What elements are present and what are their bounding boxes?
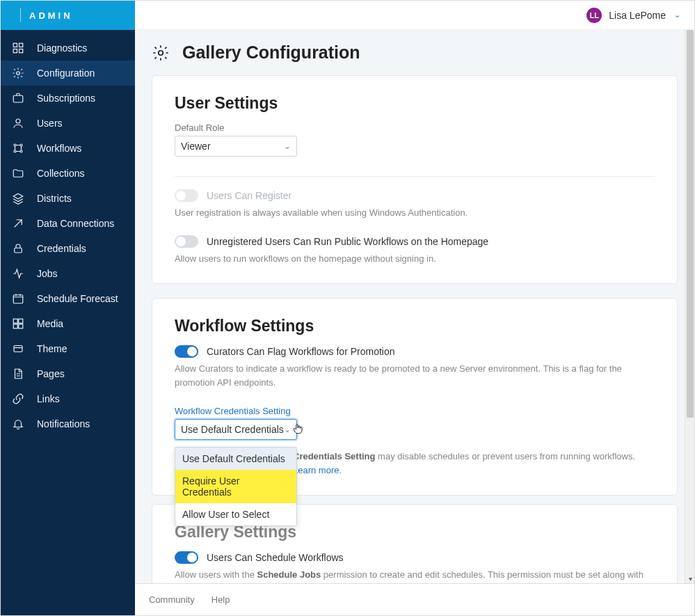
- sidebar-item-credentials[interactable]: Credentials: [1, 236, 135, 261]
- credentials-setting-select[interactable]: Use Default Credentials ⌄: [175, 419, 297, 440]
- arrow-up-right-icon: [12, 217, 24, 230]
- brand-label: ADMIN: [29, 10, 73, 21]
- sidebar-item-diagnostics[interactable]: Diagnostics: [1, 35, 135, 61]
- nav-label: Notifications: [37, 418, 90, 429]
- sidebar-item-notifications[interactable]: Notifications: [1, 411, 135, 436]
- sidebar-item-links[interactable]: Links: [1, 386, 135, 411]
- default-role-label: Default Role: [175, 123, 655, 133]
- footer: Community Help: [135, 583, 694, 615]
- schedule-workflows-toggle[interactable]: [175, 551, 198, 564]
- dropdown-option-default[interactable]: Use Default Credentials: [175, 448, 296, 470]
- unregistered-run-toggle[interactable]: [175, 235, 198, 248]
- sidebar-item-configuration[interactable]: Configuration: [1, 61, 135, 86]
- dropdown-option-allow-select[interactable]: Allow User to Select: [175, 503, 296, 526]
- user-settings-heading: User Settings: [175, 94, 655, 113]
- sidebar-item-jobs[interactable]: Jobs: [1, 261, 135, 286]
- user-icon: [12, 117, 24, 129]
- footer-help-link[interactable]: Help: [211, 594, 230, 605]
- folder-icon: [12, 167, 24, 180]
- svg-point-8: [20, 144, 22, 146]
- svg-rect-16: [19, 324, 23, 329]
- sidebar: ADMIN Diagnostics Configuration Subscrip…: [1, 1, 135, 615]
- nav-label: Configuration: [37, 68, 95, 79]
- divider: [175, 176, 655, 177]
- nav-label: Links: [37, 393, 60, 404]
- sidebar-item-subscriptions[interactable]: Subscriptions: [1, 86, 135, 111]
- avatar[interactable]: LL: [586, 8, 602, 23]
- topbar: LL Lisa LePome ⌄: [135, 1, 694, 30]
- sidebar-item-users[interactable]: Users: [1, 111, 135, 136]
- scrollbar[interactable]: ▾: [685, 30, 694, 583]
- credentials-setting-value: Use Default Credentials: [181, 424, 284, 435]
- lock-icon: [12, 242, 24, 255]
- schedule-workflows-help: Allow users with the Schedule Jobs permi…: [175, 568, 655, 583]
- theme-icon: [12, 342, 24, 355]
- nav: Diagnostics Configuration Subscriptions …: [1, 30, 135, 436]
- file-icon: [12, 368, 24, 380]
- layers-icon: [12, 192, 24, 205]
- svg-rect-13: [13, 319, 17, 323]
- workflow-settings-panel: Workflow Settings Curators Can Flag Work…: [152, 298, 678, 496]
- cred-help-rest: may disable schedules or prevent users f…: [375, 451, 635, 461]
- nav-label: Diagnostics: [37, 42, 87, 54]
- sidebar-item-data-connections[interactable]: Data Connections: [1, 211, 135, 236]
- bell-icon: [12, 418, 24, 430]
- nav-label: Jobs: [37, 268, 58, 279]
- page-header: Gallery Configuration: [152, 42, 678, 63]
- scroll-down-icon[interactable]: ▾: [685, 574, 695, 583]
- svg-point-6: [16, 119, 20, 123]
- svg-rect-17: [14, 346, 22, 352]
- link-icon: [12, 393, 24, 405]
- brand-bar: ADMIN: [1, 1, 135, 30]
- svg-point-4: [17, 72, 20, 75]
- users-can-register-help: User registration is always available wh…: [175, 206, 655, 220]
- curators-flag-toggle[interactable]: [175, 345, 198, 358]
- scrollbar-thumb[interactable]: [687, 30, 694, 418]
- users-can-register-toggle: [175, 189, 198, 202]
- nav-label: Users: [37, 118, 63, 129]
- dashboard-icon: [12, 42, 24, 54]
- svg-rect-14: [19, 319, 23, 323]
- gear-icon: [12, 67, 24, 79]
- sidebar-item-schedule-forecast[interactable]: Schedule Forecast: [1, 286, 135, 311]
- svg-point-10: [20, 150, 22, 152]
- user-name[interactable]: Lisa LePome: [609, 10, 666, 21]
- unregistered-run-label: Unregistered Users Can Run Public Workfl…: [207, 236, 488, 247]
- sidebar-item-theme[interactable]: Theme: [1, 336, 135, 361]
- svg-rect-0: [13, 43, 17, 47]
- sidebar-item-pages[interactable]: Pages: [1, 361, 135, 386]
- dropdown-option-require-user[interactable]: Require User Credentials: [175, 470, 296, 503]
- footer-community-link[interactable]: Community: [149, 594, 195, 605]
- chevron-down-icon: ⌄: [284, 141, 291, 151]
- sidebar-item-collections[interactable]: Collections: [1, 161, 135, 186]
- default-role-select[interactable]: Viewer ⌄: [175, 136, 297, 157]
- svg-rect-2: [13, 49, 17, 53]
- curators-flag-help: Allow Curators to indicate a workflow is…: [175, 362, 655, 389]
- nav-label: Workflows: [37, 143, 81, 154]
- curators-flag-label: Curators Can Flag Workflows for Promotio…: [207, 346, 395, 357]
- nav-label: Schedule Forecast: [37, 293, 118, 304]
- svg-rect-1: [19, 43, 23, 47]
- gear-icon: [152, 44, 170, 62]
- svg-point-7: [14, 144, 16, 146]
- sidebar-item-media[interactable]: Media: [1, 311, 135, 336]
- nav-label: Data Connections: [37, 218, 114, 229]
- svg-rect-11: [15, 248, 22, 253]
- default-role-value: Viewer: [181, 141, 211, 152]
- svg-point-9: [14, 150, 16, 152]
- brand-divider: [20, 8, 21, 22]
- chevron-down-icon[interactable]: ⌄: [674, 10, 680, 19]
- sidebar-item-workflows[interactable]: Workflows: [1, 136, 135, 161]
- nav-label: Credentials: [37, 243, 86, 254]
- svg-rect-5: [13, 95, 23, 102]
- cred-help-bold: Credentials Setting: [293, 451, 375, 461]
- nav-label: Theme: [37, 343, 67, 354]
- learn-more-link[interactable]: Learn more: [293, 465, 339, 475]
- workflow-icon: [12, 142, 24, 155]
- svg-point-18: [159, 50, 163, 55]
- content-area: Gallery Configuration User Settings Defa…: [135, 30, 694, 583]
- briefcase-icon: [12, 92, 24, 104]
- sidebar-item-districts[interactable]: Districts: [1, 186, 135, 211]
- nav-label: Collections: [37, 168, 84, 179]
- credentials-setting-dropdown[interactable]: Use Default Credentials Require User Cre…: [175, 447, 297, 526]
